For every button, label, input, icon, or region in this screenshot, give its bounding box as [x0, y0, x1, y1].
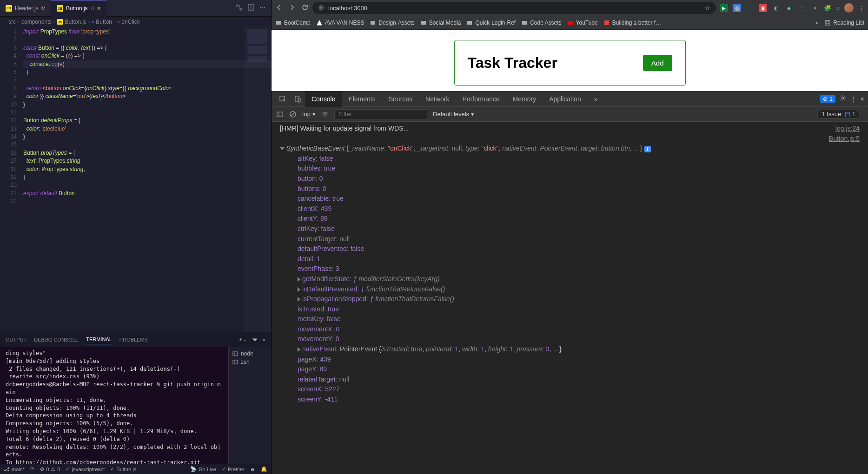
crumb[interactable]: onClick	[121, 19, 139, 25]
code-content[interactable]: import PropTypes from 'prop-types'const …	[23, 27, 271, 332]
terminal-item-zsh[interactable]: zsh	[232, 358, 267, 366]
devtools-menu-icon[interactable]: ⋮	[850, 95, 857, 103]
tab-problems[interactable]: PROBLEMS	[119, 335, 148, 344]
maximize-icon[interactable]	[252, 336, 258, 343]
tab-header-js[interactable]: JS Header.js M	[0, 0, 51, 17]
bookmark[interactable]: BootCamp	[275, 20, 311, 26]
crumb[interactable]: components	[21, 19, 52, 25]
eye-icon[interactable]	[321, 111, 329, 118]
tab-label: Button.js	[66, 5, 88, 12]
device-icon[interactable]	[290, 95, 305, 103]
close-icon[interactable]: ×	[97, 5, 101, 12]
error-badge[interactable]: ⊘ 1	[820, 95, 835, 103]
bookmark[interactable]: Social Media	[420, 20, 461, 26]
tab-status: U	[91, 6, 94, 11]
tab-debug-console[interactable]: DEBUG CONSOLE	[34, 335, 79, 344]
reload-icon[interactable]	[301, 4, 309, 13]
ext-icon[interactable]: ✦	[811, 4, 819, 12]
tab-button-js[interactable]: JS Button.js U ×	[51, 0, 106, 17]
back-icon[interactable]	[275, 4, 283, 13]
minimap[interactable]	[244, 27, 271, 332]
bell-icon[interactable]: 🔔	[261, 466, 267, 472]
ext-icon[interactable]: ▶	[720, 4, 728, 12]
star-icon[interactable]: ☆	[705, 5, 710, 12]
sync-icon[interactable]: ⟳	[30, 466, 34, 472]
branch-indicator[interactable]: ⎇ main*	[4, 466, 25, 472]
sidebar-icon[interactable]	[276, 111, 284, 118]
js-icon: JS	[57, 19, 63, 25]
settings-icon[interactable]	[839, 94, 847, 103]
bookmark-overflow[interactable]: »	[816, 20, 819, 26]
extensions-icon[interactable]: 🧩	[824, 5, 831, 12]
svg-rect-8	[825, 20, 830, 25]
bookmark[interactable]: Quick-Login-Ref	[466, 20, 516, 26]
clear-console-icon[interactable]	[289, 111, 297, 118]
console-output[interactable]: [HMR] Waiting for update signal from WDS…	[272, 122, 868, 474]
compare-icon[interactable]	[235, 4, 243, 13]
crumb[interactable]: Button.js	[65, 19, 86, 25]
inspect-icon[interactable]	[275, 95, 290, 103]
ext-icon[interactable]: ◧	[772, 4, 780, 12]
tab-sources[interactable]: Sources	[382, 91, 419, 107]
js-icon: JS	[6, 5, 12, 12]
go-live-button[interactable]: 📡 Go Live	[190, 466, 216, 472]
more-icon[interactable]: ⋯	[259, 4, 265, 13]
close-panel-icon[interactable]: ×	[263, 337, 265, 342]
tab-network[interactable]: Network	[419, 91, 456, 107]
ext-icon[interactable]: ◆	[785, 4, 793, 12]
ext-icon[interactable]: ⬤	[733, 4, 741, 12]
issues-indicator[interactable]: 1 Issue: ▤ 1	[817, 110, 860, 118]
terminal-content[interactable]: ding styles" [main 0de75d7] adding style…	[0, 347, 228, 464]
devtools-tabs: Console Elements Sources Network Perform…	[272, 91, 868, 107]
ext-icon[interactable]: ▣	[759, 4, 767, 12]
menu-icon[interactable]: ≡	[836, 5, 840, 12]
scope-selector[interactable]: top ▾	[302, 111, 316, 118]
bookmark[interactable]: Code Assets	[521, 20, 561, 26]
bookmark[interactable]: YouTube	[567, 20, 598, 26]
svg-rect-4	[233, 360, 238, 364]
tab-performance[interactable]: Performance	[456, 91, 506, 107]
chrome-menu-icon[interactable]: ⋮	[858, 5, 864, 12]
svg-point-12	[842, 97, 844, 99]
address-bar[interactable]: localhost:3000 ☆	[312, 2, 716, 14]
feedback-icon[interactable]: ☻	[250, 466, 255, 472]
terminal-item-node[interactable]: node	[232, 349, 267, 358]
reading-list[interactable]: Reading List	[824, 20, 864, 26]
tab-output[interactable]: OUTPUT	[6, 335, 27, 344]
bookmark[interactable]: AVA VAN NESS	[316, 20, 364, 26]
bookmark[interactable]: Design-Assets	[370, 20, 414, 26]
language-mode[interactable]: ✓ javascriptreact	[66, 466, 105, 472]
crumb[interactable]: src	[8, 19, 16, 25]
svg-rect-6	[568, 21, 573, 25]
close-devtools-icon[interactable]: ×	[861, 95, 864, 103]
tab-terminal[interactable]: TERMINAL	[86, 335, 112, 344]
symbol-icon: ▫	[118, 19, 119, 25]
avatar[interactable]	[844, 3, 854, 13]
browser-panel: localhost:3000 ☆ ▶ ⬤ ⋯ ▣ ◧ ◆ ⬚ ✦ 🧩 ≡ ⋮ B…	[272, 0, 868, 474]
tab-overflow[interactable]: »	[588, 91, 604, 107]
devtools: Console Elements Sources Network Perform…	[272, 91, 868, 474]
tab-elements[interactable]: Elements	[342, 91, 382, 107]
log-levels[interactable]: Default levels ▾	[433, 111, 474, 118]
breadcrumb[interactable]: src › components › JS Button.js › ▫ Butt…	[0, 17, 271, 27]
tab-memory[interactable]: Memory	[506, 91, 543, 107]
bookmark[interactable]: Building a better f…	[603, 20, 661, 26]
ext-icon[interactable]: ⋯	[746, 4, 754, 12]
crumb[interactable]: Button	[96, 19, 112, 25]
tab-label: Header.js	[15, 5, 39, 12]
tab-application[interactable]: Application	[543, 91, 588, 107]
add-button[interactable]: Add	[643, 55, 672, 71]
filter-input[interactable]	[334, 109, 427, 119]
split-icon[interactable]	[247, 4, 255, 13]
forward-icon[interactable]	[288, 4, 296, 13]
add-terminal-icon[interactable]: ＋⌄	[238, 336, 247, 343]
ext-icon[interactable]: ⬚	[798, 4, 806, 12]
errors-count[interactable]: ⊘ 0 ⚠ 0	[40, 466, 60, 472]
active-file[interactable]: ✓ Button.js	[110, 466, 136, 472]
browser-extensions: ▶ ⬤ ⋯ ▣ ◧ ◆ ⬚ ✦ 🧩 ≡ ⋮	[720, 3, 864, 13]
tab-console[interactable]: Console	[305, 91, 342, 107]
code-editor[interactable]: 12345678910111213141516171819202122 impo…	[0, 27, 271, 332]
prettier-button[interactable]: ✓ Prettier	[222, 466, 244, 472]
page-viewport: Task Tracker Add Console Elements Source…	[272, 30, 868, 474]
svg-rect-13	[277, 112, 283, 117]
